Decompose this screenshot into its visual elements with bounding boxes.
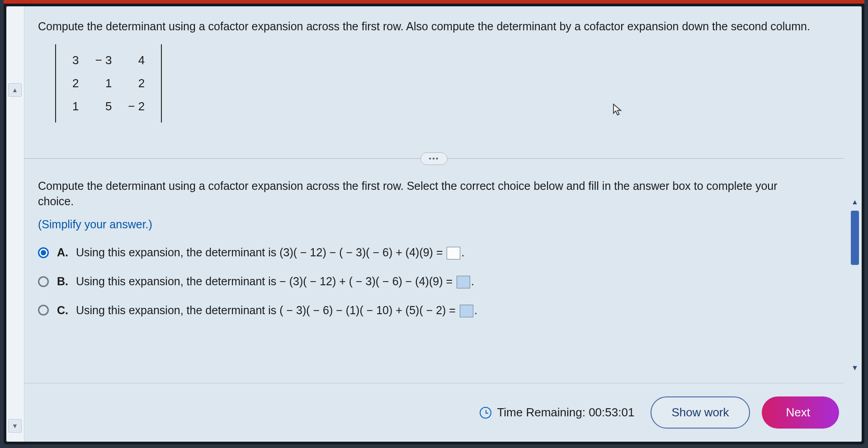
matrix-cell: 3 <box>64 49 87 72</box>
gutter-up-icon[interactable]: ▲ <box>8 83 22 97</box>
answer-input-a[interactable] <box>447 247 460 259</box>
next-button[interactable]: Next <box>762 396 839 429</box>
left-gutter: ▲ ▼ <box>6 6 24 442</box>
choice-tail: . <box>471 275 474 288</box>
scroll-down-icon[interactable]: ▼ <box>849 362 861 374</box>
radio-a[interactable] <box>38 247 49 258</box>
determinant-matrix: 3 − 3 4 2 1 2 1 5 − 2 <box>55 44 162 123</box>
choice-expression: − (3)( − 12) + ( − 3)( − 6) − (4)(9) = <box>279 275 453 288</box>
matrix-cell: 1 <box>87 72 120 95</box>
gutter-down-icon[interactable]: ▼ <box>8 419 22 433</box>
choice-text: Using this expansion, the determinant is… <box>76 303 477 318</box>
answer-instruction: Compute the determinant using a cofactor… <box>38 179 816 209</box>
answer-input-c[interactable] <box>460 305 473 317</box>
matrix-cell: − 2 <box>120 95 153 118</box>
choice-lead: Using this expansion, the determinant is <box>76 246 279 259</box>
choice-label: C. <box>57 303 70 318</box>
scroll-thumb[interactable] <box>851 211 859 265</box>
radio-c[interactable] <box>38 305 49 316</box>
matrix-cell: 1 <box>64 95 87 118</box>
timer-value: 00:53:01 <box>589 406 634 420</box>
radio-dot-icon <box>41 250 46 255</box>
choice-text: Using this expansion, the determinant is… <box>76 245 464 260</box>
question-prompt: Compute the determinant using a cofactor… <box>38 19 830 34</box>
show-work-button[interactable]: Show work <box>651 396 750 429</box>
right-scrollbar[interactable]: ▲ ▼ <box>849 196 861 374</box>
matrix-cell: 5 <box>87 95 120 118</box>
choice-expression: (3)( − 12) − ( − 3)( − 6) + (4)(9) = <box>279 246 443 259</box>
answer-choices: A. Using this expansion, the determinant… <box>38 245 830 318</box>
scroll-up-icon[interactable]: ▲ <box>849 196 861 208</box>
choice-label: A. <box>57 245 70 260</box>
answer-input-b[interactable] <box>457 276 470 288</box>
content-area: Compute the determinant using a cofactor… <box>24 6 844 378</box>
choice-c[interactable]: C. Using this expansion, the determinant… <box>38 303 830 318</box>
expand-pill[interactable]: ••• <box>420 152 448 165</box>
matrix-cell: 2 <box>120 72 153 95</box>
footer-bar: Time Remaining: 00:53:01 Show work Next <box>24 383 844 442</box>
choice-text: Using this expansion, the determinant is… <box>76 274 474 289</box>
timer: Time Remaining: 00:53:01 <box>480 406 634 420</box>
matrix-cell: 4 <box>120 49 153 72</box>
section-divider: ••• <box>24 158 844 159</box>
page-surface: ▲ ▼ Compute the determinant using a cofa… <box>6 6 862 442</box>
app-frame: ▲ ▼ Compute the determinant using a cofa… <box>4 0 864 444</box>
choice-expression: ( − 3)( − 6) − (1)( − 10) + (5)( − 2) = <box>279 304 456 316</box>
clock-icon <box>480 407 491 419</box>
choice-lead: Using this expansion, the determinant is <box>76 304 279 316</box>
matrix-cell: 2 <box>64 72 87 95</box>
timer-label: Time Remaining: <box>497 406 585 420</box>
choice-tail: . <box>474 304 477 316</box>
radio-b[interactable] <box>38 276 49 287</box>
choice-lead: Using this expansion, the determinant is <box>76 275 279 288</box>
choice-tail: . <box>461 246 464 259</box>
choice-a[interactable]: A. Using this expansion, the determinant… <box>38 245 830 260</box>
choice-b[interactable]: B. Using this expansion, the determinant… <box>38 274 830 289</box>
simplify-note: (Simplify your answer.) <box>38 217 830 232</box>
matrix-cell: − 3 <box>87 49 120 72</box>
choice-label: B. <box>57 274 70 289</box>
